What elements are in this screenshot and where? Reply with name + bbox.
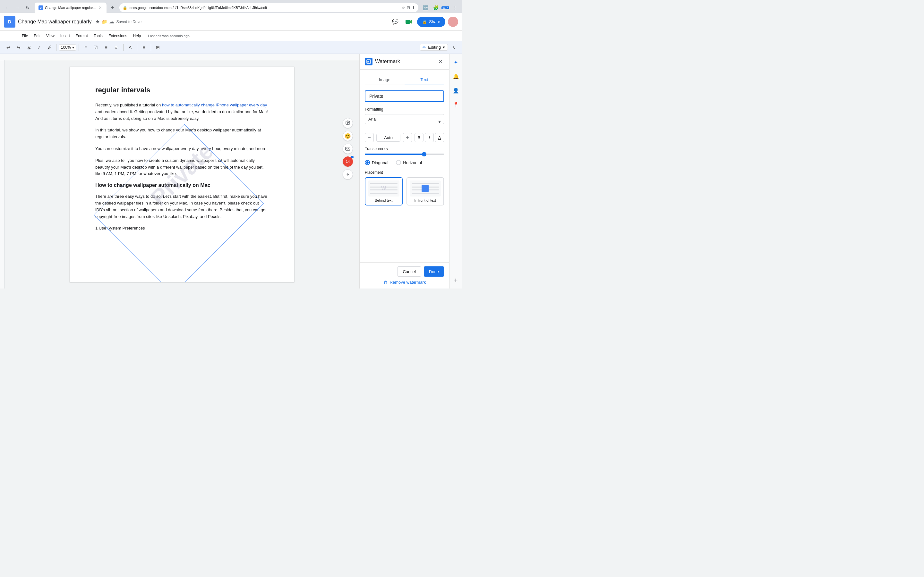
panel-body: Image Text Formatting Arial Times New Ro…: [360, 69, 449, 262]
emoji-fab[interactable]: 😊: [342, 131, 353, 141]
paint-format-button[interactable]: 🖌: [45, 43, 54, 52]
remove-watermark-button[interactable]: 🗑 Remove watermark: [365, 280, 444, 285]
sidebar-add-icon[interactable]: +: [451, 276, 460, 285]
doc-scroll-area[interactable]: Private regular intervals Recently, we p…: [5, 60, 359, 288]
size-increase-button[interactable]: +: [403, 133, 412, 142]
watermark-text-input[interactable]: [365, 90, 444, 102]
star-button[interactable]: ★: [95, 19, 100, 25]
menu-help[interactable]: Help: [131, 32, 144, 39]
download-fab[interactable]: [342, 169, 353, 179]
line-5: [412, 183, 439, 184]
line-8: [412, 193, 439, 193]
para1-link[interactable]: how to automatically change iPhone wallp…: [162, 103, 267, 107]
divider-4: [137, 44, 137, 51]
placement-in-front[interactable]: In front of text: [407, 177, 444, 205]
star-icon[interactable]: ☆: [402, 6, 405, 10]
share-button[interactable]: 🔒 Share: [417, 17, 445, 27]
bullets-button[interactable]: ≡: [102, 43, 111, 52]
panel-title: Watermark: [375, 59, 434, 64]
profile-avatar[interactable]: [448, 17, 458, 27]
slider-thumb: [422, 152, 426, 156]
editing-chevron: ▾: [443, 45, 445, 50]
menu-tools[interactable]: Tools: [91, 32, 105, 39]
divider-3: [123, 44, 124, 51]
paragraph-4: Plus, we also tell you how to create a c…: [95, 157, 268, 177]
sidebar-notification-icon[interactable]: 🔔: [451, 72, 460, 81]
tab-image[interactable]: Image: [365, 75, 405, 85]
download-icon[interactable]: ⬇: [412, 5, 415, 10]
forward-button[interactable]: →: [13, 3, 22, 12]
more-button[interactable]: ⋮: [451, 3, 459, 12]
size-row: − Auto + B I: [365, 133, 444, 142]
print-button[interactable]: 🖨: [24, 43, 33, 52]
numbered-list-button[interactable]: #: [112, 43, 121, 52]
behind-text-label: Behind text: [368, 198, 399, 202]
menu-insert[interactable]: Insert: [58, 32, 73, 39]
menu-edit[interactable]: Edit: [31, 32, 43, 39]
transparency-slider[interactable]: [365, 153, 444, 155]
menu-file[interactable]: File: [19, 32, 31, 39]
horizontal-label: Horizontal: [403, 160, 422, 165]
menu-format[interactable]: Format: [73, 32, 90, 39]
italic-button[interactable]: I: [425, 133, 434, 142]
translate-button[interactable]: 🔤: [421, 3, 430, 12]
back-button[interactable]: ←: [3, 3, 11, 12]
spelling-button[interactable]: ✓: [35, 43, 44, 52]
left-ruler: [0, 60, 5, 288]
new-tab-button[interactable]: +: [108, 3, 117, 12]
editing-mode-selector[interactable]: ✏ Editing ▾: [420, 44, 448, 51]
in-front-preview: [410, 181, 441, 197]
comments-button[interactable]: 💬: [390, 17, 401, 27]
extensions-button[interactable]: 🧩: [431, 3, 440, 12]
document-page: Private regular intervals Recently, we p…: [69, 67, 294, 282]
diagonal-radio[interactable]: Diagonal: [365, 160, 388, 165]
panel-close-button[interactable]: ✕: [436, 58, 444, 65]
font-select[interactable]: Arial Times New Roman Courier New: [365, 114, 444, 124]
tab-text[interactable]: Text: [405, 75, 444, 85]
highlight-button[interactable]: A: [126, 43, 135, 52]
zoom-control[interactable]: 100% ▾: [59, 44, 76, 51]
formatting-label: Formatting: [365, 107, 444, 111]
folder-icon[interactable]: 📁: [102, 19, 107, 24]
address-bar[interactable]: 🔒 docs.google.com/document/d/1eRsm38zbqK…: [120, 3, 418, 12]
divider-1: [56, 44, 57, 51]
reload-button[interactable]: ↻: [23, 3, 32, 12]
placement-label: Placement: [365, 170, 444, 175]
table-button[interactable]: ⊞: [153, 43, 162, 52]
cancel-button[interactable]: Cancel: [397, 266, 421, 277]
horizontal-radio[interactable]: Horizontal: [396, 160, 422, 165]
cast-icon[interactable]: ⊡: [407, 5, 410, 10]
image-fab[interactable]: [342, 143, 353, 154]
redo-button[interactable]: ↪: [14, 43, 23, 52]
align-button[interactable]: ≡: [140, 43, 149, 52]
section-heading: How to change wallpaper automatically on…: [95, 182, 268, 188]
docs-content: Private regular intervals Recently, we p…: [0, 54, 462, 288]
line-1: [370, 183, 397, 184]
browser-chrome: ← → ↻ D Change Mac wallpaper regular... …: [0, 0, 462, 13]
paragraph-5: There are three easy ways to do so. Let'…: [95, 193, 268, 220]
panel-header: W Watermark ✕: [360, 54, 449, 69]
menu-extensions[interactable]: Extensions: [106, 32, 130, 39]
checklist-button[interactable]: ☑: [91, 43, 100, 52]
sidebar-assistant-icon[interactable]: ✦: [451, 58, 460, 67]
meet-button[interactable]: [403, 16, 415, 27]
size-decrease-button[interactable]: −: [365, 133, 374, 142]
add-comment-fab[interactable]: [342, 118, 353, 128]
placement-behind-text[interactable]: W Behind text: [365, 177, 403, 205]
active-tab[interactable]: D Change Mac wallpaper regular... ✕: [35, 3, 107, 13]
undo-button[interactable]: ↩: [4, 43, 13, 52]
color-button[interactable]: A: [435, 133, 444, 142]
menu-view[interactable]: View: [44, 32, 57, 39]
bold-button[interactable]: B: [415, 133, 423, 142]
done-button[interactable]: Done: [424, 266, 444, 277]
docs-header: D Change Mac wallpaper regularly ★ 📁 ☁ S…: [0, 13, 462, 31]
block-quote-button[interactable]: ❝: [81, 43, 90, 52]
tab-close-button[interactable]: ✕: [97, 5, 103, 10]
action-buttons: Cancel Done: [365, 266, 444, 277]
transparency-section: Transparency: [365, 147, 444, 155]
sidebar-maps-icon[interactable]: 📍: [451, 100, 460, 109]
share-label: Share: [429, 19, 440, 24]
collapse-toolbar-button[interactable]: ∧: [449, 43, 458, 52]
panel-tabs: Image Text: [365, 75, 444, 85]
sidebar-people-icon[interactable]: 👤: [451, 86, 460, 95]
